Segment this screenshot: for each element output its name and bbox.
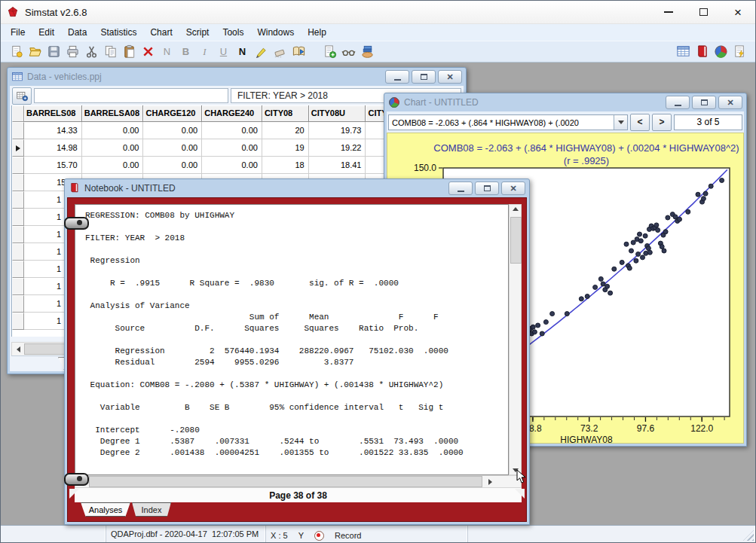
row-selector[interactable] — [12, 313, 24, 330]
column-header-barrelsa08[interactable]: BARRELSA08 — [82, 105, 144, 122]
row-selector[interactable] — [12, 295, 24, 313]
menu-item-help[interactable]: Help — [301, 24, 333, 41]
prev-chart-button[interactable]: < — [630, 114, 650, 131]
menu-item-edit[interactable]: Edit — [32, 24, 61, 41]
new-report-icon[interactable] — [320, 43, 339, 61]
normal-style-icon[interactable]: N — [158, 43, 176, 61]
new-file-icon[interactable] — [7, 43, 26, 61]
open-file-icon[interactable] — [26, 43, 44, 61]
scroll-left-icon[interactable] — [12, 343, 24, 355]
menu-item-tools[interactable]: Tools — [216, 24, 250, 41]
italic-icon[interactable]: I — [195, 43, 214, 61]
scroll-right-icon[interactable] — [484, 476, 496, 487]
chevron-down-icon[interactable] — [614, 115, 627, 130]
row-selector[interactable] — [12, 261, 24, 278]
main-close-button[interactable]: × — [721, 1, 755, 23]
table-cell: 0.00 — [202, 139, 262, 157]
page-corner-fold-right[interactable] — [515, 489, 525, 499]
row-selector[interactable] — [12, 278, 24, 295]
delete-icon[interactable] — [139, 43, 158, 61]
highlighter-icon[interactable] — [252, 43, 271, 61]
grid-settings-button[interactable] — [12, 87, 32, 105]
bold-icon[interactable]: B — [176, 43, 195, 61]
table-cell: 18.41 — [309, 157, 366, 174]
copy-icon[interactable] — [101, 43, 120, 61]
notebook-frame: REGRESSION: COMB08 by UHIGHWAY FILTER: Y… — [67, 197, 527, 522]
notebook-page[interactable]: REGRESSION: COMB08 by UHIGHWAY FILTER: Y… — [75, 204, 509, 475]
menu-item-statistics[interactable]: Statistics — [93, 24, 143, 41]
chart-maximize-button[interactable] — [692, 96, 716, 109]
main-minimize-button[interactable] — [651, 1, 686, 23]
data-minimize-button[interactable] — [385, 70, 409, 84]
status-bar: QDAProj.dbf - 2020-04-17 12:07:05 PM X :… — [1, 525, 755, 542]
notebook-window-titlebar[interactable]: Notebook - UNTITLED ✕ — [65, 179, 529, 197]
table-cell: 0.00 — [202, 157, 262, 174]
menu-item-file[interactable]: File — [4, 24, 32, 41]
table-cell: 14.33 — [24, 122, 82, 139]
row-selector[interactable] — [12, 226, 24, 243]
notebook-icon[interactable] — [693, 43, 712, 61]
status-panel-empty — [1, 526, 106, 542]
app-title: Simstat v2.6.8 — [25, 7, 87, 18]
main-maximize-button[interactable] — [686, 1, 721, 23]
chart-minimize-button[interactable] — [666, 96, 690, 109]
resize-grip[interactable] — [743, 530, 754, 541]
menu-item-script[interactable]: Script — [179, 24, 216, 41]
menu-item-chart[interactable]: Chart — [143, 24, 179, 41]
notebook-hscroll-thumb[interactable] — [89, 476, 482, 487]
data-hscroll-thumb[interactable] — [24, 343, 65, 355]
notebook-vertical-scrollbar[interactable] — [509, 204, 522, 475]
data-close-button[interactable]: ✕ — [438, 70, 462, 84]
script-icon[interactable] — [730, 43, 749, 61]
row-selector[interactable] — [12, 122, 24, 139]
chart-window-titlebar[interactable]: Chart - UNTITLED ✕ — [384, 93, 746, 111]
next-chart-button[interactable]: > — [652, 114, 672, 131]
mouse-cursor — [516, 469, 527, 484]
row-selector[interactable] — [12, 174, 24, 191]
row-selector[interactable] — [12, 209, 24, 226]
status-y-coordinate: Y — [298, 531, 304, 540]
view-glasses-icon[interactable] — [339, 43, 358, 61]
import-book-icon[interactable] — [289, 43, 308, 61]
scroll-up-icon[interactable] — [513, 207, 519, 211]
column-header-charge240[interactable]: CHARGE240 — [202, 105, 262, 122]
eraser-icon[interactable] — [271, 43, 289, 61]
data-sheet-icon[interactable] — [674, 43, 693, 61]
paste-icon[interactable] — [120, 43, 139, 61]
row-selector[interactable] — [12, 243, 24, 261]
row-selector[interactable] — [12, 139, 24, 157]
select-all-cell[interactable] — [12, 105, 24, 122]
row-selector[interactable] — [12, 157, 24, 174]
underline-icon[interactable]: U — [214, 43, 233, 61]
svg-text:73.2: 73.2 — [580, 423, 598, 434]
notebook-minimize-button[interactable] — [448, 182, 473, 195]
row-selector[interactable] — [12, 191, 24, 209]
menu-item-data[interactable]: Data — [61, 24, 93, 41]
print-icon[interactable] — [63, 43, 82, 61]
column-header-charge120[interactable]: CHARGE120 — [143, 105, 202, 122]
equation-combobox[interactable]: COMB08 = -2.063 + (.864 * HIGHWAY08) + (… — [388, 114, 628, 130]
notebook-maximize-button[interactable] — [475, 182, 499, 195]
data-maximize-button[interactable] — [412, 70, 436, 84]
save-icon[interactable] — [44, 43, 63, 61]
notebook-vscroll-thumb[interactable] — [510, 217, 522, 264]
table-cell: 19.22 — [309, 139, 366, 157]
data-window-titlebar[interactable]: Data - vehicles.ppj ✕ — [8, 68, 466, 86]
tab-analyses[interactable]: Analyses — [81, 502, 130, 517]
hand-cards-icon[interactable] — [358, 43, 377, 61]
column-header-barrels08[interactable]: BARRELS08 — [24, 105, 82, 122]
tab-index[interactable]: Index — [132, 502, 171, 517]
page-corner-fold-left[interactable] — [69, 489, 79, 499]
data-edit-field[interactable] — [34, 88, 228, 103]
column-header-city08u[interactable]: CITY08U — [309, 105, 366, 122]
notebook-close-button[interactable]: ✕ — [501, 182, 525, 195]
column-header-city08[interactable]: CITY08 — [262, 105, 309, 122]
notebook-tabs: Analyses Index — [75, 502, 519, 520]
font-icon[interactable]: N — [233, 43, 252, 61]
chart-close-button[interactable]: ✕ — [718, 96, 742, 109]
pie-chart-icon[interactable] — [712, 43, 730, 61]
table-cell: 0.00 — [143, 139, 202, 157]
menu-item-windows[interactable]: Windows — [250, 24, 301, 41]
notebook-horizontal-scrollbar[interactable] — [75, 475, 522, 488]
cut-icon[interactable] — [82, 43, 101, 61]
